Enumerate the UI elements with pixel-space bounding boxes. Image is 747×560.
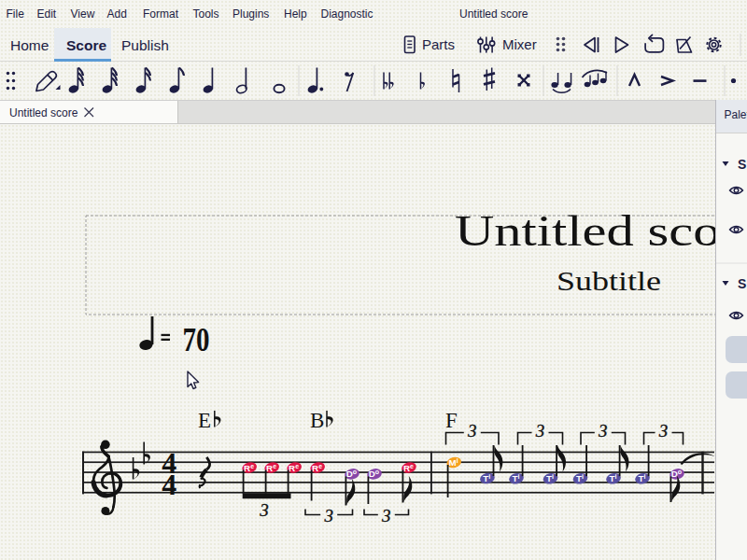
svg-text:3: 3 <box>323 506 333 525</box>
svg-text:F: F <box>445 409 458 432</box>
svg-text:3: 3 <box>381 506 391 525</box>
svg-text:70: 70 <box>183 321 210 358</box>
svg-text:Subtitle: Subtitle <box>557 265 661 296</box>
svg-text:B: B <box>310 409 324 432</box>
svg-text:S: S <box>738 157 746 172</box>
svg-text:4: 4 <box>162 468 176 501</box>
svg-text:E: E <box>198 409 211 432</box>
svg-text:3: 3 <box>259 500 269 520</box>
svg-text:3: 3 <box>598 421 608 441</box>
svg-text:Untitled score: Untitled score <box>455 207 715 255</box>
svg-text:3: 3 <box>467 421 477 441</box>
svg-text:3: 3 <box>658 421 669 441</box>
svg-text:Parts: Parts <box>422 36 455 52</box>
svg-text:S: S <box>738 276 746 291</box>
svg-text:3: 3 <box>535 421 545 441</box>
svg-text:Mixer: Mixer <box>502 36 537 52</box>
